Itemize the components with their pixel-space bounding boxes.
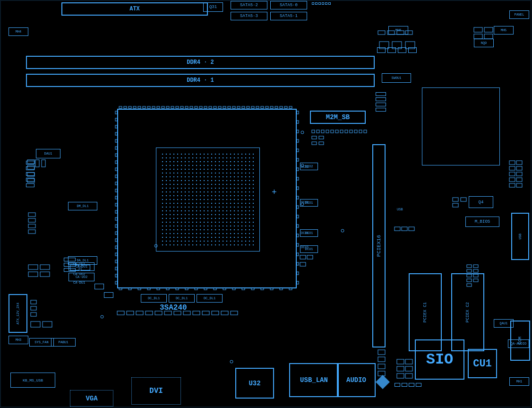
sc2 bbox=[104, 292, 113, 298]
svg-rect-115 bbox=[31, 306, 36, 310]
svg-rect-31 bbox=[266, 106, 268, 108]
svg-rect-137 bbox=[409, 227, 414, 231]
ca-uo-component: CA·UO2 bbox=[69, 273, 94, 281]
svg-rect-196 bbox=[331, 130, 334, 133]
svg-rect-195 bbox=[326, 130, 329, 133]
dco1b-label: DCO1 bbox=[300, 229, 318, 237]
svg-point-152 bbox=[301, 131, 304, 134]
svg-rect-88 bbox=[297, 177, 299, 180]
svg-rect-189 bbox=[453, 198, 458, 201]
m2m-sb-label: M2M_SB bbox=[326, 113, 350, 121]
svg-rect-109 bbox=[28, 230, 35, 234]
svg-rect-178 bbox=[484, 34, 493, 39]
usb-lan-component: USB_LAN bbox=[289, 363, 339, 397]
svg-rect-145 bbox=[378, 357, 385, 362]
svg-rect-87 bbox=[297, 168, 299, 171]
svg-rect-16 bbox=[195, 106, 197, 108]
svg-point-153 bbox=[101, 315, 103, 318]
vga-component: VGA bbox=[70, 390, 113, 407]
svg-rect-27 bbox=[247, 106, 249, 108]
svg-rect-4 bbox=[138, 106, 141, 108]
mh1-component: MH1 bbox=[509, 377, 529, 386]
svg-rect-104 bbox=[35, 160, 39, 167]
svg-rect-92 bbox=[297, 215, 299, 218]
svg-rect-186 bbox=[516, 178, 522, 182]
svg-rect-30 bbox=[261, 106, 264, 108]
svg-rect-198 bbox=[340, 130, 343, 133]
svg-rect-127 bbox=[193, 311, 200, 315]
svg-rect-18 bbox=[204, 106, 207, 108]
svg-rect-120 bbox=[127, 311, 134, 315]
mh4-component: MH4 bbox=[9, 27, 28, 36]
svg-rect-199 bbox=[345, 130, 348, 133]
svg-rect-180 bbox=[516, 161, 522, 165]
svg-rect-187 bbox=[509, 183, 515, 187]
svg-rect-23 bbox=[228, 106, 231, 108]
svg-rect-107 bbox=[28, 218, 35, 222]
sys-fan-component: SYS_FAN bbox=[29, 338, 54, 347]
nq9-component: NQ9 bbox=[474, 39, 494, 47]
svg-rect-13 bbox=[180, 106, 183, 108]
svg-rect-155 bbox=[467, 265, 472, 268]
top-right-chip bbox=[422, 87, 500, 165]
svg-rect-83 bbox=[297, 130, 299, 133]
kb-ms-usb-component: KB_MS_USB bbox=[10, 373, 55, 388]
svg-text:USB: USB bbox=[397, 208, 403, 211]
svg-rect-86 bbox=[297, 158, 299, 161]
svg-rect-11 bbox=[171, 106, 174, 108]
svg-rect-130 bbox=[221, 311, 228, 315]
dc-dl1-component: DC_DL1 bbox=[141, 294, 167, 303]
svg-rect-21 bbox=[218, 106, 221, 108]
svg-rect-138 bbox=[397, 359, 404, 364]
dvi-component: DVI bbox=[131, 377, 181, 405]
sata51-component: SATA5·1 bbox=[270, 12, 307, 20]
svg-rect-108 bbox=[28, 224, 35, 228]
q4-component: Q4 bbox=[469, 196, 493, 208]
sata52-label: SATA5·2 bbox=[240, 3, 258, 8]
svg-rect-90 bbox=[297, 196, 299, 199]
svg-rect-185 bbox=[509, 178, 515, 182]
svg-rect-113 bbox=[40, 272, 50, 277]
pciex16-label: PCIEX16 bbox=[376, 235, 382, 257]
svg-rect-35 bbox=[284, 106, 287, 108]
svg-rect-164 bbox=[312, 136, 317, 139]
svg-rect-114 bbox=[31, 300, 36, 304]
svg-rect-10 bbox=[166, 106, 169, 108]
svg-rect-3 bbox=[133, 106, 136, 108]
svg-point-154 bbox=[230, 360, 233, 363]
q31-label: Q31 bbox=[209, 5, 217, 9]
ddr4-1-label: DDR4 · 1 bbox=[187, 77, 214, 84]
svg-rect-118 bbox=[43, 321, 52, 327]
mh5-component: MH5 bbox=[494, 26, 514, 35]
svg-rect-36 bbox=[289, 106, 292, 108]
svg-rect-91 bbox=[297, 206, 299, 208]
svg-rect-14 bbox=[185, 106, 188, 108]
svg-rect-105 bbox=[42, 160, 45, 167]
svg-rect-158 bbox=[473, 269, 478, 272]
svg-rect-84 bbox=[297, 139, 299, 142]
atx-12v-connector: ATX_12V_2X4 bbox=[9, 294, 27, 333]
svg-rect-191 bbox=[453, 203, 458, 207]
svg-rect-175 bbox=[474, 27, 482, 32]
svg-rect-156 bbox=[473, 265, 478, 268]
sata50-label: SATA5·0 bbox=[280, 3, 298, 8]
svg-rect-96 bbox=[297, 253, 299, 256]
svg-marker-213 bbox=[376, 375, 390, 389]
ddr4-1-slot: DDR4 · 1 bbox=[26, 74, 375, 87]
svg-rect-201 bbox=[354, 130, 357, 133]
sc1 bbox=[94, 284, 104, 289]
crosshair-symbol: + bbox=[272, 188, 277, 197]
panel-component: PANEL bbox=[509, 10, 529, 19]
sio-bottom-caps bbox=[395, 383, 421, 387]
svg-rect-176 bbox=[484, 27, 493, 32]
ca-du-component: CA·DU1 bbox=[69, 262, 94, 271]
svg-rect-133 bbox=[307, 255, 313, 259]
mh3-component: MH3 bbox=[9, 336, 28, 344]
svg-rect-110 bbox=[28, 265, 38, 269]
svg-rect-188 bbox=[516, 183, 522, 187]
sata53-component: SATA5·3 bbox=[231, 12, 267, 20]
svg-rect-132 bbox=[300, 255, 306, 259]
pcb-board: ATX Q31 SATA5·2 SATA5·0 SATA5·3 SATA5·1 … bbox=[0, 0, 532, 408]
svg-rect-117 bbox=[31, 321, 40, 327]
svg-rect-139 bbox=[405, 359, 412, 364]
